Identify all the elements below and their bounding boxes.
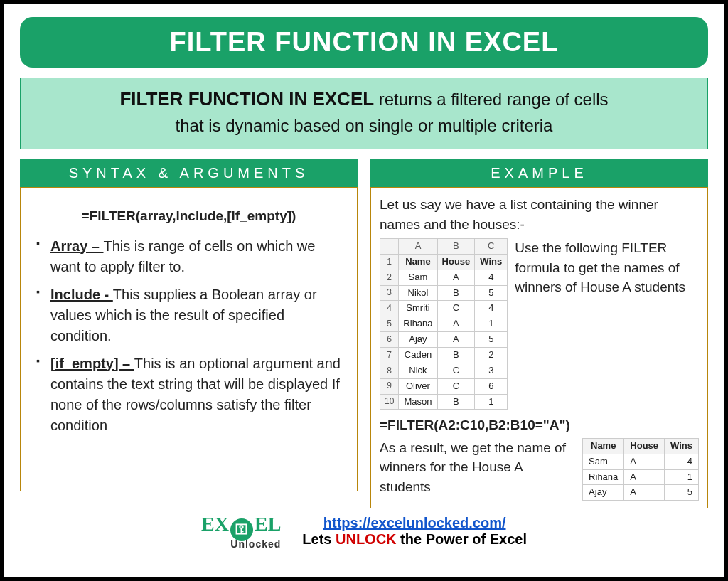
cell: B [437, 394, 475, 410]
cell: C [437, 301, 475, 316]
col-letter: C [475, 239, 508, 255]
cell: 4 [665, 454, 699, 469]
cell: C [437, 363, 475, 378]
logo-text-prefix: EX [201, 513, 229, 535]
table-row: 7CadenB2 [380, 348, 508, 363]
example-side-text: Use the following FILTER formula to get … [515, 238, 699, 297]
example-header: EXAMPLE [370, 159, 708, 187]
cell: 6 [475, 378, 508, 394]
example-column: EXAMPLE Let us say we have a list contai… [370, 159, 708, 508]
table-row: 6AjayA5 [380, 332, 508, 348]
footer-link[interactable]: https://excelunlocked.com/ [302, 515, 527, 531]
row-number: 1 [380, 254, 399, 270]
cell: Nikol [399, 285, 437, 301]
cell: B [437, 348, 475, 363]
description-banner: FILTER FUNCTION IN EXCEL returns a filte… [20, 78, 708, 149]
syntax-formula: =FILTER(array,include,[if_empty]) [32, 206, 346, 226]
argument-item: Include - This supplies a Boolean array … [36, 284, 346, 346]
table-row: SamA4 [583, 454, 699, 469]
description-bold: FILTER FUNCTION IN EXCEL [119, 88, 374, 110]
table-row: 8NickC3 [380, 363, 508, 378]
header-cell: Wins [665, 438, 699, 454]
cell: Rihana [583, 469, 624, 485]
result-text: As a result, we get the name of winners … [380, 438, 575, 497]
row-number: 3 [380, 285, 399, 301]
footer-tagline: Lets UNLOCK the Power of Excel [302, 531, 527, 547]
table-row: Name House Wins [583, 438, 699, 454]
argument-item: [if_empty] – This is an optional argumen… [36, 353, 346, 436]
cell: A [624, 469, 665, 485]
syntax-header: SYNTAX & ARGUMENTS [20, 159, 358, 187]
argument-name: Array – [50, 238, 104, 254]
row-number: 4 [380, 301, 399, 316]
table-row: 9OliverC6 [380, 378, 508, 394]
cell: A [624, 485, 665, 501]
row-number: 7 [380, 348, 399, 363]
cell: B [437, 285, 475, 301]
table-row: 4SmritiC4 [380, 301, 508, 316]
corner-cell [380, 239, 399, 255]
cell: Mason [399, 394, 437, 410]
cell: Smriti [399, 301, 437, 316]
result-row: As a result, we get the name of winners … [380, 438, 699, 501]
cell: Oliver [399, 378, 437, 394]
cell: Sam [399, 270, 437, 285]
table-row: 10MasonB1 [380, 394, 508, 410]
cell: Caden [399, 348, 437, 363]
cell: C [437, 378, 475, 394]
row-number: 5 [380, 316, 399, 332]
cell: 1 [665, 469, 699, 485]
table-row: 5RihanaA1 [380, 316, 508, 332]
row-number: 9 [380, 378, 399, 394]
header-cell: Wins [475, 254, 508, 270]
cell: A [437, 316, 475, 332]
cell: 5 [475, 285, 508, 301]
table-row: AjayA5 [583, 485, 699, 501]
table-row: RihanaA1 [583, 469, 699, 485]
header-cell: House [437, 254, 475, 270]
header-cell: Name [399, 254, 437, 270]
row-number: 6 [380, 332, 399, 348]
table-row: 2SamA4 [380, 270, 508, 285]
col-letter: B [437, 239, 475, 255]
example-body: Let us say we have a list containing the… [370, 187, 708, 508]
logo-text-suffix: EL [255, 513, 281, 535]
cell: A [437, 270, 475, 285]
logo: EX⚿EL Unlocked [201, 513, 281, 550]
row-number: 8 [380, 363, 399, 378]
tag-pre: Lets [302, 531, 336, 547]
row-number: 2 [380, 270, 399, 285]
table-row: A B C [380, 239, 508, 255]
cell: 3 [475, 363, 508, 378]
header-cell: Name [583, 438, 624, 454]
tag-unlock: UNLOCK [336, 531, 397, 547]
syntax-body: =FILTER(array,include,[if_empty]) Array … [20, 187, 358, 491]
cell: 1 [475, 316, 508, 332]
cell: 1 [475, 394, 508, 410]
columns-container: SYNTAX & ARGUMENTS =FILTER(array,include… [20, 159, 708, 508]
cell: A [437, 332, 475, 348]
argument-item: Array – This is range of cells on which … [36, 236, 346, 277]
cell: 4 [475, 301, 508, 316]
col-letter: A [399, 239, 437, 255]
argument-name: Include - [50, 287, 113, 302]
syntax-column: SYNTAX & ARGUMENTS =FILTER(array,include… [20, 159, 358, 508]
cell: Nick [399, 363, 437, 378]
page-title: FILTER FUNCTION IN EXCEL [20, 17, 708, 68]
argument-list: Array – This is range of cells on which … [32, 236, 346, 436]
table-row: 1 Name House Wins [380, 254, 508, 270]
example-formula: =FILTER(A2:C10,B2:B10="A") [380, 415, 699, 435]
table-row: 3NikolB5 [380, 285, 508, 301]
cell: 2 [475, 348, 508, 363]
footer-text: https://excelunlocked.com/ Lets UNLOCK t… [302, 515, 527, 548]
footer: EX⚿EL Unlocked https://excelunlocked.com… [20, 513, 708, 550]
cell: Ajay [399, 332, 437, 348]
example-intro: Let us say we have a list containing the… [380, 195, 699, 234]
keyhole-icon: ⚿ [230, 518, 253, 541]
cell: Sam [583, 454, 624, 469]
cell: 5 [475, 332, 508, 348]
cell: 4 [475, 270, 508, 285]
description-line2: that is dynamic based on single or multi… [176, 116, 553, 135]
cell: A [624, 454, 665, 469]
cell: 5 [665, 485, 699, 501]
